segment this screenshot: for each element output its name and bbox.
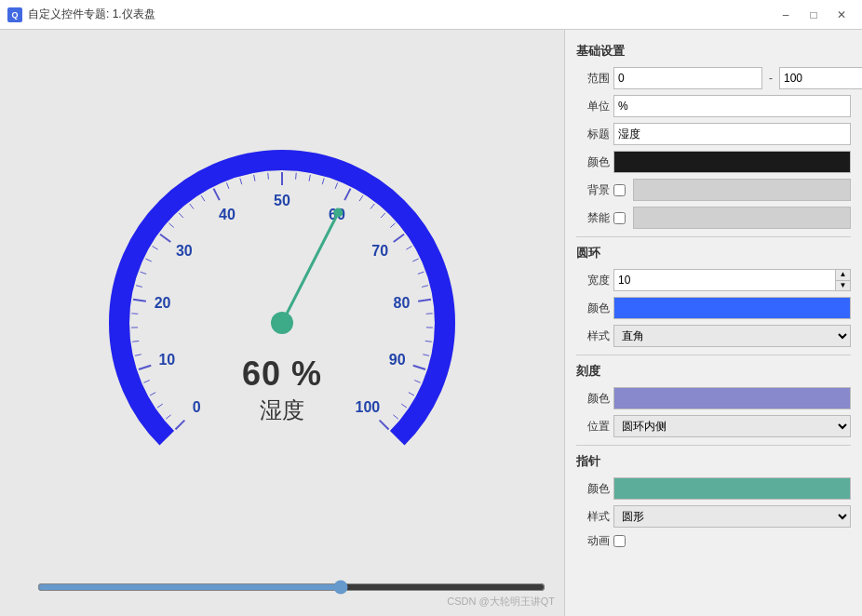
range-label: 范围 [576,71,610,87]
gauge-container: 60 % 湿度 [49,109,515,500]
tick-pos-label: 位置 [576,419,610,435]
title-bar: Q 自定义控件专题: 1.仪表盘 – □ ✕ [0,0,862,30]
window-title: 自定义控件专题: 1.仪表盘 [28,7,155,22]
animate-row: 动画 [576,533,851,549]
tick-pos-row: 位置 圆环内侧 圆环外侧 中间 [576,415,851,437]
bg-row: 背景 [576,179,851,201]
tick-color-label: 颜色 [576,391,610,407]
tick-pos-select-wrapper: 圆环内侧 圆环外侧 中间 [613,415,851,437]
ring-style-row: 样式 直角 圆角 [576,325,851,347]
title-label: 标题 [576,127,610,142]
ring-color-row: 颜色 [576,297,851,319]
animate-label: 动画 [576,533,610,549]
divider-3 [576,445,851,446]
minimize-button[interactable]: – [773,4,799,26]
ring-width-spinbox: ▲ ▼ [613,269,851,291]
tick-color-row: 颜色 [576,387,851,409]
gauge-value-text: 60 % [242,355,322,394]
disable-row: 禁能 [576,207,851,229]
needle-style-select[interactable]: 圆形 箭头 线形 [613,505,851,528]
ring-width-input[interactable] [614,270,835,290]
range-dash: - [766,72,775,85]
main-content: 60 % 湿度 CSDN @大轮明王讲QT 基础设置 范围 - 单位 标题 [0,30,862,616]
gauge-label-text: 湿度 [242,395,322,425]
gauge-value-display: 60 % 湿度 [242,355,322,425]
watermark: CSDN @大轮明王讲QT [447,595,555,609]
animate-checkbox[interactable] [613,535,626,547]
gauge-canvas [49,109,515,500]
needle-style-label: 样式 [576,509,610,525]
needle-color-picker[interactable] [613,477,851,500]
animate-checkbox-label [613,535,626,547]
bg-checkbox[interactable] [613,184,626,196]
gauge-panel: 60 % 湿度 CSDN @大轮明王讲QT [0,30,564,616]
ring-style-select-wrapper: 直角 圆角 [613,325,851,347]
disable-checkbox[interactable] [613,212,626,224]
needle-style-row: 样式 圆形 箭头 线形 [576,505,851,528]
needle-color-row: 颜色 [576,477,851,500]
section-needle-title: 指针 [576,453,851,470]
range-row: 范围 - [576,67,851,89]
ring-style-label: 样式 [576,328,610,344]
unit-row: 单位 [576,95,851,117]
section-basic-title: 基础设置 [576,43,851,60]
tick-color-picker[interactable] [613,387,851,409]
spinbox-down-button[interactable]: ▼ [836,280,850,291]
color-picker[interactable] [613,151,851,173]
ring-width-label: 宽度 [576,273,610,288]
range-max-input[interactable] [779,67,862,89]
close-button[interactable]: ✕ [828,4,855,26]
disable-color-picker[interactable] [633,207,851,229]
divider-2 [576,355,851,355]
unit-input[interactable] [613,95,851,117]
bg-color-picker[interactable] [633,179,851,201]
section-ring-title: 圆环 [576,245,851,261]
color-row: 颜色 [576,151,851,173]
ring-width-row: 宽度 ▲ ▼ [576,269,851,291]
needle-style-select-wrapper: 圆形 箭头 线形 [613,505,851,528]
gauge-slider[interactable] [37,580,545,595]
ring-color-picker[interactable] [613,297,851,319]
settings-panel: 基础设置 范围 - 单位 标题 颜色 背景 [564,30,862,616]
title-bar-controls: – □ ✕ [773,4,855,26]
unit-label: 单位 [576,99,610,114]
app-icon: Q [7,7,22,22]
ring-style-select[interactable]: 直角 圆角 [613,325,851,347]
bg-checkbox-label [613,184,626,196]
ring-color-label: 颜色 [576,301,610,316]
disable-checkbox-label [613,212,626,224]
spinbox-buttons: ▲ ▼ [835,270,850,290]
color-label: 颜色 [576,154,610,170]
spinbox-up-button[interactable]: ▲ [836,270,850,280]
tick-pos-select[interactable]: 圆环内侧 圆环外侧 中间 [613,415,851,437]
needle-color-label: 颜色 [576,481,610,497]
disable-label: 禁能 [576,210,610,226]
section-tick-title: 刻度 [576,363,851,380]
range-min-input[interactable] [613,67,762,89]
title-row: 标题 [576,123,851,145]
maximize-button[interactable]: □ [801,4,827,26]
title-bar-left: Q 自定义控件专题: 1.仪表盘 [7,7,155,22]
title-input[interactable] [613,123,851,145]
divider-1 [576,236,851,237]
bg-label: 背景 [576,182,610,198]
